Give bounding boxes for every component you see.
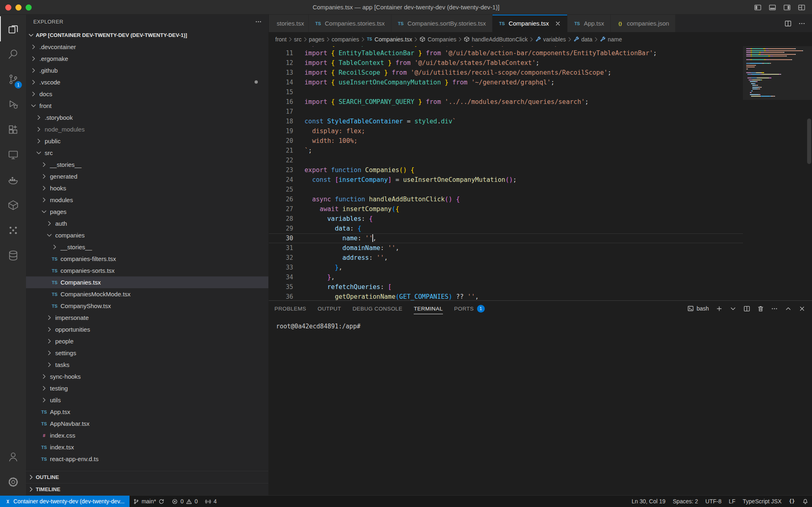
- code-line-24[interactable]: 24 const [insertCompany] = useInsertOneC…: [269, 175, 743, 185]
- line-number[interactable]: 18: [269, 117, 304, 126]
- panel-tab-terminal[interactable]: TERMINAL: [414, 301, 443, 316]
- breadcrumb-item-handleaddbuttonclick[interactable]: handleAddButtonClick: [464, 36, 528, 43]
- line-number[interactable]: 26: [269, 194, 304, 204]
- tree-item-utils[interactable]: utils: [26, 394, 268, 406]
- code-line-19[interactable]: 19 display: flex;: [269, 126, 743, 136]
- editor-scrollbar[interactable]: [807, 119, 811, 164]
- status-indentation[interactable]: Spaces: 2: [669, 496, 702, 507]
- line-number[interactable]: 14: [269, 78, 304, 87]
- close-tab-icon[interactable]: [555, 20, 561, 27]
- activity-bar-item-dev-containers[interactable]: [0, 192, 26, 218]
- line-number[interactable]: 19: [269, 126, 304, 136]
- tab-companies-stories-tsx[interactable]: TSCompanies.stories.tsx: [309, 15, 391, 32]
- sidebar-section-outline[interactable]: OUTLINE: [26, 471, 268, 483]
- tab-companies-json[interactable]: {}companies.json: [611, 15, 676, 32]
- line-number[interactable]: 33: [269, 263, 304, 272]
- line-number[interactable]: 35: [269, 282, 304, 292]
- project-section-header[interactable]: APP [CONTAINER DEV-TWENTY-DEV (DEV-TWENT…: [26, 29, 268, 41]
- tree-item-companies-tsx[interactable]: TSCompanies.tsx: [26, 276, 268, 288]
- code-line-33[interactable]: 33 },: [269, 263, 743, 272]
- breadcrumb-item-companies[interactable]: Companies: [419, 36, 456, 43]
- tree-item-testing[interactable]: testing: [26, 382, 268, 394]
- code-line-35[interactable]: 35 refetchQueries: [: [269, 282, 743, 292]
- kill-terminal-button[interactable]: [757, 305, 764, 312]
- breadcrumb-item-pages[interactable]: pages: [309, 36, 324, 43]
- activity-bar-item-docker[interactable]: [0, 167, 26, 192]
- code-line-13[interactable]: 13import { RecoilScope } from '@/ui/util…: [269, 68, 743, 78]
- tree-item-docs[interactable]: docs: [26, 88, 268, 100]
- tree-item-generated[interactable]: generated: [26, 170, 268, 182]
- tree-item-stories[interactable]: __stories__: [26, 241, 268, 253]
- activity-bar-item-search[interactable]: [0, 41, 26, 67]
- tree-item-impersonate[interactable]: impersonate: [26, 312, 268, 324]
- tree-item-index-tsx[interactable]: TSindex.tsx: [26, 441, 268, 453]
- line-number[interactable]: 25: [269, 185, 304, 194]
- code-line-31[interactable]: 31 domainName: '',: [269, 243, 743, 253]
- activity-bar-item-remote-explorer[interactable]: [0, 142, 26, 167]
- tree-item-pages[interactable]: pages: [26, 206, 268, 218]
- activity-bar-item-extensions[interactable]: [0, 117, 26, 142]
- tree-item-companies-sorts-tsx[interactable]: TScompanies-sorts.tsx: [26, 265, 268, 276]
- code-area[interactable]: 10import { WithTopBarContainer } from '@…: [269, 46, 743, 300]
- terminal-more-actions-button[interactable]: [771, 305, 778, 312]
- tree-item-stories[interactable]: __stories__: [26, 159, 268, 170]
- terminal-output[interactable]: root@0a42ecd84891:/app#: [269, 316, 812, 495]
- line-number[interactable]: 24: [269, 175, 304, 185]
- tree-item-app-tsx[interactable]: TSApp.tsx: [26, 406, 268, 418]
- code-line-22[interactable]: 22: [269, 155, 743, 165]
- status-eol[interactable]: LF: [725, 496, 739, 507]
- code-line-15[interactable]: 15: [269, 87, 743, 97]
- line-number[interactable]: 15: [269, 87, 304, 97]
- activity-bar-item-source-control[interactable]: 1: [0, 67, 26, 92]
- tree-item-companies[interactable]: companies: [26, 229, 268, 241]
- panel-tab-problems[interactable]: PROBLEMS: [274, 301, 306, 316]
- breadcrumb-item-variables[interactable]: variables: [535, 36, 566, 43]
- code-line-25[interactable]: 25: [269, 185, 743, 194]
- status-language-status[interactable]: {}: [785, 496, 799, 507]
- status-notifications[interactable]: [799, 496, 812, 507]
- tree-item-companyshow-tsx[interactable]: TSCompanyShow.tsx: [26, 300, 268, 312]
- tab-companies-tsx[interactable]: TSCompanies.tsx: [492, 15, 568, 32]
- tab-companies-sortby-stories-tsx[interactable]: TSCompanies.sortBy.stories.tsx: [391, 15, 492, 32]
- tree-item-companies-filters-tsx[interactable]: TScompanies-filters.tsx: [26, 253, 268, 265]
- line-number[interactable]: 34: [269, 272, 304, 282]
- code-line-34[interactable]: 34 },: [269, 272, 743, 282]
- line-number[interactable]: 17: [269, 107, 304, 117]
- code-line-27[interactable]: 27 await insertCompany({: [269, 204, 743, 214]
- line-number[interactable]: 23: [269, 165, 304, 175]
- line-number[interactable]: 28: [269, 214, 304, 224]
- tree-item-sync-hooks[interactable]: sync-hooks: [26, 371, 268, 382]
- zoom-window-button[interactable]: [26, 4, 32, 11]
- line-number[interactable]: 20: [269, 136, 304, 146]
- code-line-21[interactable]: 21`;: [269, 146, 743, 155]
- line-number[interactable]: 22: [269, 155, 304, 165]
- line-number[interactable]: 31: [269, 243, 304, 253]
- tree-item-auth[interactable]: auth: [26, 218, 268, 229]
- line-number[interactable]: 16: [269, 97, 304, 107]
- tree-item-vscode[interactable]: .vscode: [26, 76, 268, 88]
- breadcrumb-item-companies[interactable]: companies: [332, 36, 359, 43]
- code-line-16[interactable]: 16import { SEARCH_COMPANY_QUERY } from '…: [269, 97, 743, 107]
- code-line-26[interactable]: 26 async function handleAddButtonClick()…: [269, 194, 743, 204]
- tree-item-public[interactable]: public: [26, 135, 268, 147]
- line-number[interactable]: 30: [269, 233, 304, 243]
- code-line-12[interactable]: 12import { TableContext } from '@/ui/tab…: [269, 58, 743, 68]
- activity-bar-item-database[interactable]: [0, 243, 26, 268]
- split-terminal-button[interactable]: [743, 305, 750, 312]
- line-number[interactable]: 21: [269, 146, 304, 155]
- line-number[interactable]: 29: [269, 224, 304, 233]
- terminal-profile-select[interactable]: bash: [687, 305, 709, 312]
- activity-bar-item-accounts[interactable]: [0, 444, 26, 469]
- code-line-14[interactable]: 14import { useInsertOneCompanyMutation }…: [269, 78, 743, 87]
- tree-item-modules[interactable]: modules: [26, 194, 268, 206]
- tree-item-tasks[interactable]: tasks: [26, 359, 268, 371]
- tab-stories-tsx[interactable]: stories.tsx: [269, 15, 309, 32]
- tree-item-github[interactable]: .github: [26, 65, 268, 76]
- customize-layout-button[interactable]: [798, 4, 806, 11]
- split-editor-button[interactable]: [784, 20, 792, 27]
- line-number[interactable]: 27: [269, 204, 304, 214]
- panel-tab-output[interactable]: OUTPUT: [317, 301, 341, 316]
- tree-item-node-modules[interactable]: node_modules: [26, 123, 268, 135]
- activity-bar-item-explorer[interactable]: [0, 16, 26, 41]
- line-number[interactable]: 11: [269, 48, 304, 58]
